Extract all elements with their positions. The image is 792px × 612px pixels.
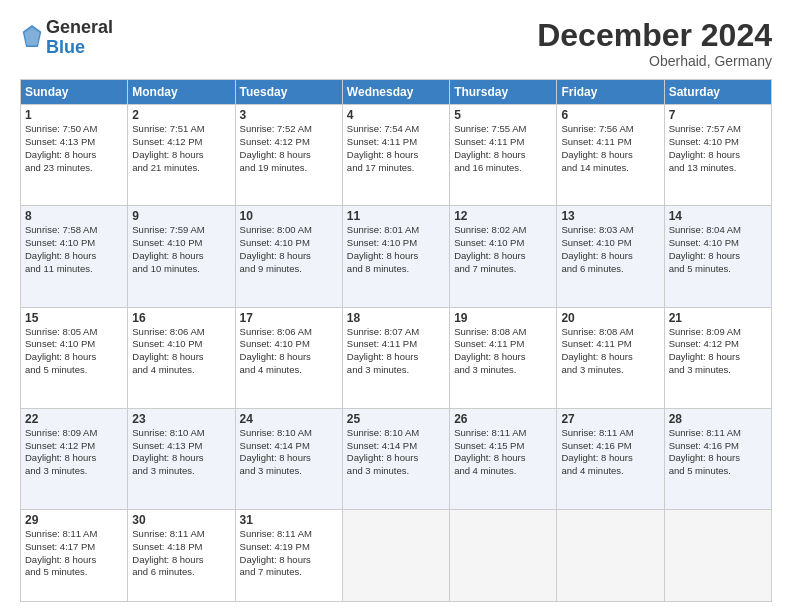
day-number: 25	[347, 412, 445, 426]
cell-line: and 4 minutes.	[240, 364, 338, 377]
cell-line: Sunrise: 8:00 AM	[240, 224, 338, 237]
cell-line: and 5 minutes.	[25, 364, 123, 377]
table-row	[342, 509, 449, 601]
month-title: December 2024	[537, 18, 772, 53]
cell-line: and 3 minutes.	[25, 465, 123, 478]
calendar: Sunday Monday Tuesday Wednesday Thursday…	[20, 79, 772, 602]
cell-line: Sunrise: 8:11 AM	[132, 528, 230, 541]
calendar-week-row: 22Sunrise: 8:09 AMSunset: 4:12 PMDayligh…	[21, 408, 772, 509]
cell-line: and 7 minutes.	[240, 566, 338, 579]
cell-line: Daylight: 8 hours	[25, 351, 123, 364]
cell-line: Sunset: 4:16 PM	[561, 440, 659, 453]
cell-line: and 3 minutes.	[669, 364, 767, 377]
cell-line: Daylight: 8 hours	[25, 149, 123, 162]
col-monday: Monday	[128, 80, 235, 105]
cell-line: and 6 minutes.	[132, 566, 230, 579]
cell-line: Sunset: 4:10 PM	[132, 237, 230, 250]
cell-line: and 6 minutes.	[561, 263, 659, 276]
cell-line: Sunrise: 8:05 AM	[25, 326, 123, 339]
table-row: 16Sunrise: 8:06 AMSunset: 4:10 PMDayligh…	[128, 307, 235, 408]
day-number: 12	[454, 209, 552, 223]
cell-line: Sunrise: 8:08 AM	[454, 326, 552, 339]
cell-line: Sunset: 4:10 PM	[669, 237, 767, 250]
table-row: 22Sunrise: 8:09 AMSunset: 4:12 PMDayligh…	[21, 408, 128, 509]
cell-line: Daylight: 8 hours	[240, 250, 338, 263]
day-number: 24	[240, 412, 338, 426]
page: General Blue December 2024 Oberhaid, Ger…	[0, 0, 792, 612]
cell-line: Sunrise: 8:06 AM	[240, 326, 338, 339]
cell-line: Sunset: 4:13 PM	[25, 136, 123, 149]
cell-line: Sunset: 4:19 PM	[240, 541, 338, 554]
col-tuesday: Tuesday	[235, 80, 342, 105]
cell-line: and 3 minutes.	[347, 364, 445, 377]
cell-line: Sunrise: 8:11 AM	[25, 528, 123, 541]
cell-line: Sunrise: 8:10 AM	[347, 427, 445, 440]
cell-line: Sunrise: 7:57 AM	[669, 123, 767, 136]
cell-line: Daylight: 8 hours	[132, 250, 230, 263]
cell-line: and 4 minutes.	[132, 364, 230, 377]
day-number: 16	[132, 311, 230, 325]
table-row: 18Sunrise: 8:07 AMSunset: 4:11 PMDayligh…	[342, 307, 449, 408]
day-number: 4	[347, 108, 445, 122]
cell-line: Sunrise: 7:59 AM	[132, 224, 230, 237]
day-number: 8	[25, 209, 123, 223]
table-row: 10Sunrise: 8:00 AMSunset: 4:10 PMDayligh…	[235, 206, 342, 307]
cell-line: and 4 minutes.	[454, 465, 552, 478]
day-number: 14	[669, 209, 767, 223]
cell-line: Sunrise: 8:10 AM	[132, 427, 230, 440]
day-number: 1	[25, 108, 123, 122]
cell-line: Daylight: 8 hours	[25, 452, 123, 465]
day-number: 31	[240, 513, 338, 527]
cell-line: Sunset: 4:10 PM	[240, 338, 338, 351]
title-block: December 2024 Oberhaid, Germany	[537, 18, 772, 69]
cell-line: Sunrise: 8:03 AM	[561, 224, 659, 237]
cell-line: and 3 minutes.	[132, 465, 230, 478]
cell-line: and 23 minutes.	[25, 162, 123, 175]
cell-line: and 8 minutes.	[347, 263, 445, 276]
cell-line: Daylight: 8 hours	[132, 452, 230, 465]
cell-line: and 3 minutes.	[561, 364, 659, 377]
day-number: 15	[25, 311, 123, 325]
cell-line: Daylight: 8 hours	[669, 250, 767, 263]
cell-line: Sunset: 4:13 PM	[132, 440, 230, 453]
cell-line: and 16 minutes.	[454, 162, 552, 175]
calendar-week-row: 15Sunrise: 8:05 AMSunset: 4:10 PMDayligh…	[21, 307, 772, 408]
cell-line: Daylight: 8 hours	[347, 351, 445, 364]
cell-line: and 3 minutes.	[240, 465, 338, 478]
day-number: 30	[132, 513, 230, 527]
cell-line: Sunrise: 8:11 AM	[454, 427, 552, 440]
table-row: 11Sunrise: 8:01 AMSunset: 4:10 PMDayligh…	[342, 206, 449, 307]
col-friday: Friday	[557, 80, 664, 105]
cell-line: Sunset: 4:15 PM	[454, 440, 552, 453]
cell-line: Sunset: 4:11 PM	[347, 136, 445, 149]
cell-line: Daylight: 8 hours	[347, 149, 445, 162]
cell-line: and 9 minutes.	[240, 263, 338, 276]
table-row: 27Sunrise: 8:11 AMSunset: 4:16 PMDayligh…	[557, 408, 664, 509]
cell-line: and 17 minutes.	[347, 162, 445, 175]
cell-line: Sunrise: 7:54 AM	[347, 123, 445, 136]
cell-line: Sunrise: 7:50 AM	[25, 123, 123, 136]
cell-line: and 21 minutes.	[132, 162, 230, 175]
logo: General Blue	[20, 18, 113, 58]
cell-line: Daylight: 8 hours	[561, 149, 659, 162]
cell-line: Sunrise: 8:07 AM	[347, 326, 445, 339]
cell-line: Sunset: 4:10 PM	[25, 338, 123, 351]
col-wednesday: Wednesday	[342, 80, 449, 105]
cell-line: Daylight: 8 hours	[561, 452, 659, 465]
table-row: 30Sunrise: 8:11 AMSunset: 4:18 PMDayligh…	[128, 509, 235, 601]
cell-line: Daylight: 8 hours	[240, 554, 338, 567]
location: Oberhaid, Germany	[537, 53, 772, 69]
cell-line: Daylight: 8 hours	[25, 554, 123, 567]
table-row: 14Sunrise: 8:04 AMSunset: 4:10 PMDayligh…	[664, 206, 771, 307]
table-row: 29Sunrise: 8:11 AMSunset: 4:17 PMDayligh…	[21, 509, 128, 601]
cell-line: Sunrise: 8:10 AM	[240, 427, 338, 440]
day-number: 22	[25, 412, 123, 426]
day-number: 17	[240, 311, 338, 325]
table-row: 24Sunrise: 8:10 AMSunset: 4:14 PMDayligh…	[235, 408, 342, 509]
table-row: 8Sunrise: 7:58 AMSunset: 4:10 PMDaylight…	[21, 206, 128, 307]
logo-icon	[22, 25, 42, 47]
cell-line: Sunset: 4:11 PM	[561, 338, 659, 351]
calendar-week-row: 1Sunrise: 7:50 AMSunset: 4:13 PMDaylight…	[21, 105, 772, 206]
cell-line: Daylight: 8 hours	[669, 149, 767, 162]
cell-line: Daylight: 8 hours	[454, 149, 552, 162]
